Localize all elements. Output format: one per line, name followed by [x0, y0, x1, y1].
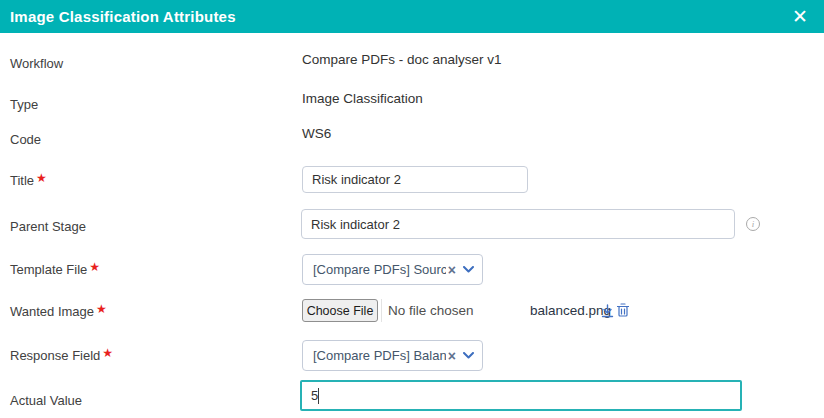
code-label: Code: [10, 132, 41, 147]
template-file-selected-value: [Compare PDFs] Sourc...: [303, 262, 446, 277]
chevron-down-icon[interactable]: [458, 266, 482, 273]
required-star-icon: ★: [102, 346, 113, 360]
clear-selection-icon[interactable]: ×: [446, 349, 458, 363]
template-file-label: Template File★: [10, 262, 100, 277]
required-star-icon: ★: [89, 260, 100, 274]
parent-stage-input[interactable]: [301, 209, 735, 239]
uploaded-file-name: balanced.png: [530, 303, 611, 318]
parent-stage-label: Parent Stage: [10, 219, 86, 234]
file-input-divider: [381, 299, 382, 322]
chevron-down-icon[interactable]: [458, 352, 482, 359]
dialog-title: Image Classification Attributes: [0, 8, 236, 25]
text-caret: [318, 388, 319, 404]
close-icon[interactable]: ✕: [792, 0, 808, 33]
delete-file-icon[interactable]: [617, 303, 629, 317]
required-star-icon: ★: [96, 302, 107, 316]
image-classification-attributes-dialog: Image Classification Attributes ✕ Workfl…: [0, 0, 824, 418]
type-value: Image Classification: [302, 91, 423, 106]
response-field-label: Response Field★: [10, 348, 113, 363]
clear-selection-icon[interactable]: ×: [446, 263, 458, 277]
type-label: Type: [10, 97, 38, 112]
response-field-selected-value: [Compare PDFs] Balanc...: [303, 348, 446, 363]
required-star-icon: ★: [36, 171, 47, 185]
workflow-label: Workflow: [10, 56, 63, 71]
info-icon[interactable]: i: [746, 217, 760, 231]
title-label: Title★: [10, 173, 47, 188]
download-icon[interactable]: [601, 304, 614, 318]
wanted-image-label: Wanted Image★: [10, 304, 107, 319]
actual-value-label: Actual Value: [10, 393, 82, 408]
dialog-header: Image Classification Attributes ✕: [0, 0, 824, 33]
response-field-select[interactable]: [Compare PDFs] Balanc... ×: [302, 340, 483, 371]
actual-value-input[interactable]: [300, 380, 742, 411]
workflow-value: Compare PDFs - doc analyser v1: [302, 52, 502, 67]
choose-file-button[interactable]: Choose File: [302, 299, 378, 322]
file-status-text: No file chosen: [388, 303, 474, 318]
template-file-select[interactable]: [Compare PDFs] Sourc... ×: [302, 254, 483, 285]
title-input[interactable]: [302, 166, 528, 193]
code-value: WS6: [302, 126, 331, 141]
